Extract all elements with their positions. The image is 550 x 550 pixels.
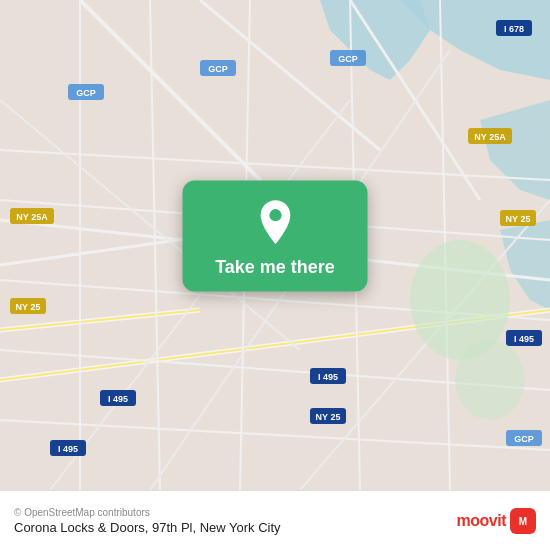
svg-text:I 495: I 495 [108, 394, 128, 404]
navigation-card[interactable]: Take me there [183, 181, 368, 292]
bottom-left-info: © OpenStreetMap contributors Corona Lock… [14, 507, 281, 535]
take-me-there-button[interactable]: Take me there [215, 257, 335, 278]
svg-text:GCP: GCP [338, 54, 358, 64]
svg-point-53 [455, 340, 525, 420]
osm-credit: © OpenStreetMap contributors [14, 507, 281, 518]
svg-text:NY 25: NY 25 [506, 214, 531, 224]
svg-text:NY 25: NY 25 [16, 302, 41, 312]
app-container: GCP GCP GCP NY 25A NY 25 I 495 I 495 NY … [0, 0, 550, 550]
map-area: GCP GCP GCP NY 25A NY 25 I 495 I 495 NY … [0, 0, 550, 490]
svg-text:NY 25: NY 25 [316, 412, 341, 422]
svg-text:NY 25A: NY 25A [16, 212, 48, 222]
svg-text:NY 25A: NY 25A [474, 132, 506, 142]
moovit-icon: M [510, 508, 536, 534]
svg-text:M: M [519, 516, 527, 527]
svg-text:GCP: GCP [514, 434, 534, 444]
svg-text:GCP: GCP [76, 88, 96, 98]
location-pin-icon [251, 199, 299, 247]
svg-text:I 678: I 678 [504, 24, 524, 34]
svg-text:I 495: I 495 [58, 444, 78, 454]
bottom-bar: © OpenStreetMap contributors Corona Lock… [0, 490, 550, 550]
svg-text:GCP: GCP [208, 64, 228, 74]
svg-text:I 495: I 495 [514, 334, 534, 344]
svg-point-54 [269, 209, 281, 221]
moovit-logo: moovit M [457, 508, 536, 534]
location-label: Corona Locks & Doors, 97th Pl, New York … [14, 520, 281, 535]
svg-text:I 495: I 495 [318, 372, 338, 382]
moovit-text: moovit [457, 512, 506, 530]
